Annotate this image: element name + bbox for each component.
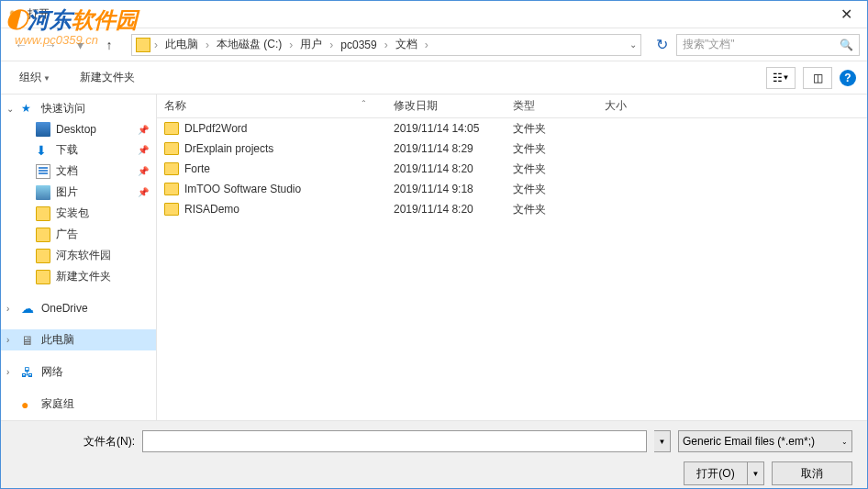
file-type: 文件夹 [506,198,597,221]
filename-input[interactable] [142,430,647,452]
sidebar: ⌄ ★ 快速访问 Desktop📌⬇下载📌文档📌图片📌安装包广告河东软件园新建文… [1,94,157,420]
help-icon[interactable]: ? [840,70,856,86]
forward-button[interactable]: → [38,32,63,58]
sidebar-network[interactable]: › 🖧 网络 [1,361,156,383]
cancel-button[interactable]: 取消 [772,461,852,485]
folder-icon [36,270,50,284]
file-size [597,145,671,152]
expand-icon[interactable]: ⌄ [6,104,14,114]
sidebar-item-label: 文档 [56,163,78,179]
homegroup-icon: ● [21,397,36,412]
sidebar-item-label: 新建文件夹 [56,269,111,284]
preview-pane-button[interactable]: ◫ [803,67,832,89]
sidebar-onedrive[interactable]: › ☁ OneDrive [1,298,156,318]
sidebar-item[interactable]: 文档📌 [1,161,156,182]
folder-icon [136,38,150,52]
network-icon: 🖧 [21,365,36,380]
sidebar-this-pc[interactable]: › 🖥 此电脑 [1,329,156,350]
file-row[interactable]: DLPdf2Word2019/11/14 14:05文件夹 [157,118,867,139]
close-button[interactable]: ✕ [826,1,867,28]
organize-menu[interactable]: 组织▼ [12,66,58,89]
back-button[interactable]: ← [8,32,34,58]
sidebar-item-label: 网络 [41,364,63,380]
file-date: 2019/11/14 8:29 [386,139,506,159]
sidebar-item-label: 安装包 [56,206,89,221]
folder-icon [36,249,50,263]
doc-icon [36,164,50,179]
column-name[interactable]: 名称⌃ [157,94,386,117]
file-date: 2019/11/14 14:05 [386,118,506,139]
sidebar-item-label: OneDrive [41,302,88,315]
up-button[interactable]: ↑ [96,32,122,58]
dialog-footer: 文件名(N): ▼ Generic Email files (*.em*;)⌄ … [1,420,867,489]
onedrive-icon: ☁ [21,301,36,316]
window-title: 打开 [28,6,50,22]
file-row[interactable]: DrExplain projects2019/11/14 8:29文件夹 [157,139,867,159]
refresh-button[interactable]: ↻ [651,34,673,56]
history-dropdown[interactable]: ▾ [67,32,93,58]
open-dropdown[interactable]: ▼ [747,462,763,484]
filetype-select[interactable]: Generic Email files (*.em*;)⌄ [678,430,852,452]
breadcrumb[interactable]: › 此电脑 › 本地磁盘 (C:) › 用户 › pc0359 › 文档 › ⌄ [131,34,641,56]
search-icon: 🔍 [840,39,853,51]
column-headers: 名称⌃ 修改日期 类型 大小 [157,94,867,118]
sidebar-item[interactable]: Desktop📌 [1,119,156,139]
file-row[interactable]: RISADemo2019/11/14 8:20文件夹 [157,199,867,219]
file-name: RISADemo [184,203,239,216]
file-list: 名称⌃ 修改日期 类型 大小 DLPdf2Word2019/11/14 14:0… [157,94,867,420]
sidebar-item[interactable]: 安装包 [1,203,156,224]
breadcrumb-item[interactable]: pc0359 [337,39,380,51]
open-button[interactable]: 打开(O) ▼ [684,461,764,485]
breadcrumb-item[interactable]: 用户 [296,37,326,52]
file-size [597,165,671,172]
breadcrumb-item[interactable]: 此电脑 [161,37,202,52]
file-date: 2019/11/14 9:18 [386,179,506,199]
star-icon: ★ [21,102,36,117]
breadcrumb-item[interactable]: 文档 [392,37,421,52]
navigation-bar: ← → ▾ ↑ › 此电脑 › 本地磁盘 (C:) › 用户 › pc0359 … [1,28,867,61]
new-folder-button[interactable]: 新建文件夹 [72,66,142,89]
pin-icon: 📌 [138,166,149,176]
file-row[interactable]: ImTOO Software Studio2019/11/14 9:18文件夹 [157,179,867,199]
sidebar-item-label: 河东软件园 [56,248,111,263]
pc-icon: 🖥 [21,333,36,348]
folder-icon [164,122,179,135]
file-date: 2019/11/14 8:20 [386,159,506,179]
expand-icon[interactable]: › [6,304,9,314]
folder-icon [36,228,50,242]
folder-icon [164,142,179,155]
sidebar-item-label: Desktop [56,123,96,136]
titlebar: 📁 打开 ✕ [1,1,867,28]
file-row[interactable]: Forte2019/11/14 8:20文件夹 [157,159,867,179]
expand-icon[interactable]: › [6,367,9,377]
sidebar-item[interactable]: 广告 [1,224,156,245]
expand-icon[interactable]: › [6,335,9,345]
sidebar-homegroup[interactable]: ● 家庭组 [1,394,156,415]
folder-icon [164,203,179,216]
sidebar-item[interactable]: 图片📌 [1,182,156,203]
column-date[interactable]: 修改日期 [386,94,506,117]
desktop-icon [36,122,50,137]
sidebar-item-label: 广告 [56,227,78,242]
column-size[interactable]: 大小 [597,94,671,117]
view-options-button[interactable]: ☷▼ [766,67,796,89]
filename-dropdown[interactable]: ▼ [654,430,671,452]
folder-icon [164,183,179,195]
sidebar-quick-access[interactable]: ⌄ ★ 快速访问 [1,98,156,119]
breadcrumb-item[interactable]: 本地磁盘 (C:) [213,37,285,52]
sidebar-item-label: 下载 [56,142,78,158]
search-input[interactable]: 搜索"文档" 🔍 [676,34,860,56]
file-size [597,125,671,132]
column-type[interactable]: 类型 [506,94,597,117]
file-date: 2019/11/14 8:20 [386,199,506,219]
sidebar-item[interactable]: ⬇下载📌 [1,139,156,161]
sidebar-item[interactable]: 新建文件夹 [1,266,156,287]
breadcrumb-dropdown-icon[interactable]: ⌄ [629,39,637,50]
folder-icon [164,162,179,175]
file-name: DLPdf2Word [184,122,247,135]
folder-icon [36,206,50,221]
file-name: ImTOO Software Studio [184,183,301,195]
pin-icon: 📌 [138,125,149,135]
sidebar-item-label: 此电脑 [41,332,74,348]
sidebar-item[interactable]: 河东软件园 [1,245,156,266]
